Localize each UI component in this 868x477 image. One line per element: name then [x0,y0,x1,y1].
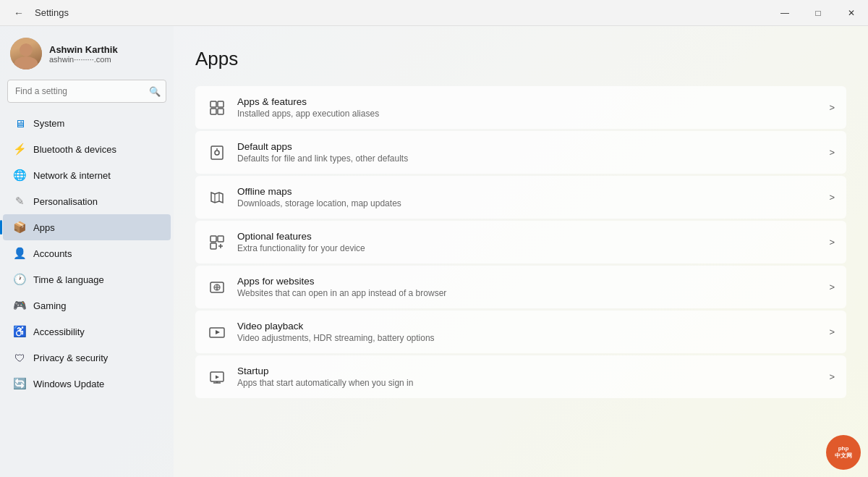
search-box: 🔍 [7,80,166,103]
bluetooth-icon: ⚡ [13,143,26,156]
chevron-icon: > [829,282,835,292]
startup-text: Startup Apps that start automatically wh… [237,366,819,388]
personalisation-icon: ✎ [13,195,26,208]
time-icon: 🕐 [13,273,26,286]
setting-item-apps-features[interactable]: Apps & features Installed apps, app exec… [195,86,846,129]
offline-maps-text: Offline maps Downloads, storage location… [237,186,819,208]
apps-websites-icon [207,277,227,297]
chevron-icon: > [829,147,835,158]
search-icon: 🔍 [149,86,161,97]
user-info: Ashwin Karthik ashwin·········.com [49,44,165,64]
setting-item-video-playback[interactable]: Video playback Video adjustments, HDR st… [195,311,846,353]
user-name: Ashwin Karthik [49,44,165,55]
apps-features-subtitle: Installed apps, app execution aliases [237,109,819,119]
window-controls: — □ ✕ [768,0,868,26]
title-bar: ← Settings — □ ✕ [0,0,868,26]
startup-title: Startup [237,366,819,376]
apps-websites-title: Apps for websites [237,276,819,287]
sidebar-item-privacy[interactable]: 🛡 Privacy & security [3,345,171,371]
settings-list: Apps & features Installed apps, app exec… [195,86,846,398]
svg-point-5 [215,151,219,155]
gaming-icon: 🎮 [13,299,26,312]
default-apps-icon [207,143,227,163]
close-button[interactable]: ✕ [835,0,868,26]
video-playback-subtitle: Video adjustments, HDR streaming, batter… [237,333,819,343]
apps-features-text: Apps & features Installed apps, app exec… [237,96,819,119]
main-window: Ashwin Karthik ashwin·········.com 🔍 🖥 S… [0,26,868,477]
sidebar: Ashwin Karthik ashwin·········.com 🔍 🖥 S… [0,26,174,477]
privacy-icon: 🛡 [13,351,26,364]
accounts-icon: 👤 [13,247,26,260]
sidebar-label-update: Windows Update [33,379,104,389]
svg-rect-9 [210,236,216,242]
sidebar-item-network[interactable]: 🌐 Network & internet [3,162,171,188]
video-playback-icon [207,322,227,342]
chevron-icon: > [829,237,835,248]
default-apps-title: Default apps [237,141,819,152]
search-input[interactable] [7,80,166,103]
sidebar-item-accounts[interactable]: 👤 Accounts [3,240,171,266]
svg-rect-11 [210,243,216,249]
svg-marker-18 [216,330,220,334]
offline-maps-title: Offline maps [237,186,819,197]
content-area: Apps Apps & features Installed apps, app… [174,26,868,477]
user-profile[interactable]: Ashwin Karthik ashwin·········.com [0,26,174,80]
sidebar-label-accessibility: Accessibility [33,326,85,337]
sidebar-label-bluetooth: Bluetooth & devices [33,144,116,155]
optional-features-text: Optional features Extra functionality fo… [237,231,819,253]
user-email: ashwin·········.com [49,55,165,64]
setting-item-default-apps[interactable]: Default apps Defaults for file and link … [195,131,846,174]
sidebar-item-apps[interactable]: 📦 Apps [3,214,171,240]
svg-rect-4 [211,146,223,159]
accessibility-icon: ♿ [13,325,26,338]
video-playback-text: Video playback Video adjustments, HDR st… [237,321,819,343]
optional-features-icon [207,232,227,253]
sidebar-item-system[interactable]: 🖥 System [3,110,171,136]
back-button[interactable]: ← [9,3,29,23]
svg-marker-22 [216,375,219,379]
sidebar-item-gaming[interactable]: 🎮 Gaming [3,292,171,318]
network-icon: 🌐 [13,169,26,182]
page-title: Apps [195,48,846,70]
chevron-icon: > [829,371,835,382]
sidebar-label-system: System [33,118,64,129]
startup-icon [207,367,227,387]
chevron-icon: > [829,192,835,203]
chevron-icon: > [829,102,835,113]
apps-websites-subtitle: Websites that can open in an app instead… [237,288,819,298]
avatar [10,38,42,69]
sidebar-label-gaming: Gaming [33,300,67,311]
apps-websites-text: Apps for websites Websites that can open… [237,276,819,298]
apps-features-icon [207,98,227,118]
optional-features-title: Optional features [237,231,819,242]
sidebar-item-bluetooth[interactable]: ⚡ Bluetooth & devices [3,136,171,162]
setting-item-apps-websites[interactable]: Apps for websites Websites that can open… [195,266,846,308]
sidebar-item-personalisation[interactable]: ✎ Personalisation [3,188,171,214]
maximize-button[interactable]: □ [801,0,835,26]
sidebar-label-privacy: Privacy & security [33,353,108,363]
startup-subtitle: Apps that start automatically when you s… [237,378,819,388]
optional-features-subtitle: Extra functionality for your device [237,243,819,253]
apps-features-title: Apps & features [237,96,819,107]
svg-rect-0 [210,101,216,107]
sidebar-label-time: Time & language [33,274,104,285]
setting-item-optional-features[interactable]: Optional features Extra functionality fo… [195,221,846,263]
setting-item-offline-maps[interactable]: Offline maps Downloads, storage location… [195,176,846,219]
sidebar-label-accounts: Accounts [33,248,72,259]
setting-item-startup[interactable]: Startup Apps that start automatically wh… [195,355,846,398]
offline-maps-subtitle: Downloads, storage location, map updates [237,198,819,208]
default-apps-text: Default apps Defaults for file and link … [237,141,819,164]
offline-maps-icon [207,187,227,208]
watermark: php中文网 [826,435,861,470]
minimize-button[interactable]: — [768,0,801,26]
apps-icon: 📦 [13,221,26,234]
sidebar-label-network: Network & internet [33,170,111,181]
sidebar-item-update[interactable]: 🔄 Windows Update [3,371,171,397]
chevron-icon: > [829,326,835,337]
window-title: Settings [35,7,69,18]
sidebar-item-accessibility[interactable]: ♿ Accessibility [3,318,171,345]
video-playback-title: Video playback [237,321,819,332]
sidebar-item-time[interactable]: 🕐 Time & language [3,266,171,292]
svg-rect-10 [218,236,224,242]
update-icon: 🔄 [13,377,26,390]
